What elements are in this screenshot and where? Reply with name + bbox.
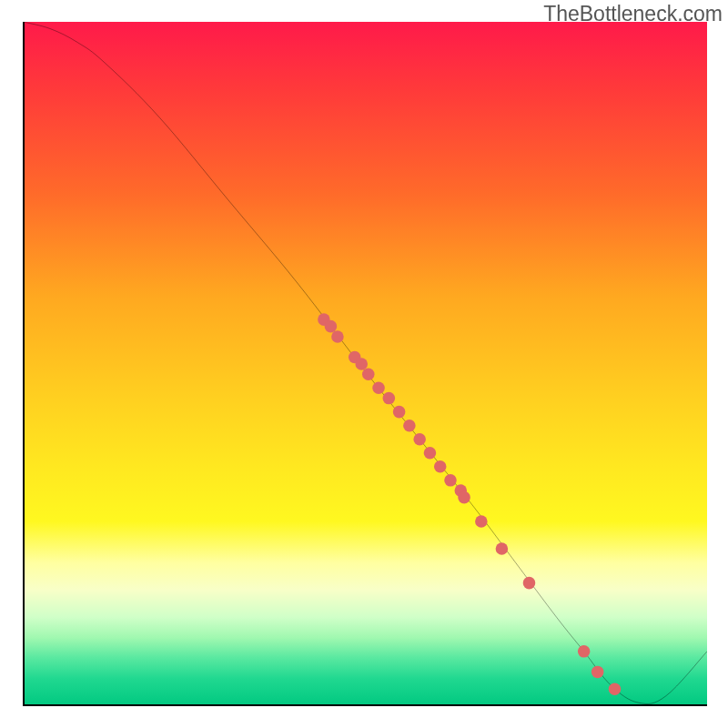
plot-background-gradient xyxy=(23,22,707,706)
bottleneck-chart: TheBottleneck.com xyxy=(0,0,728,728)
attribution-text: TheBottleneck.com xyxy=(543,2,723,26)
